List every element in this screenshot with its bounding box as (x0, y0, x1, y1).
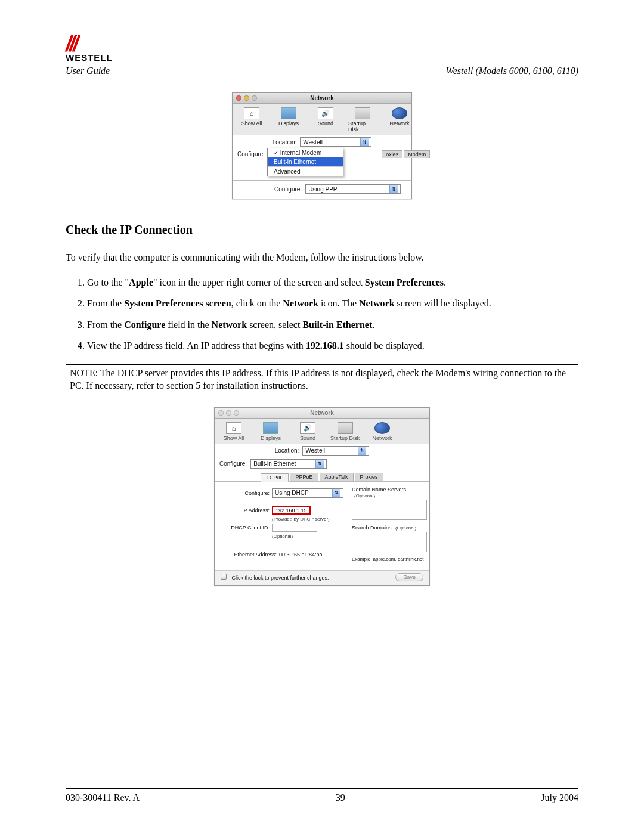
toolbar-label: Displays (261, 435, 281, 441)
showall-icon: ⌂ (226, 422, 242, 434)
location-row: Location: Westell ⇅ (215, 444, 429, 457)
configure2-label: Configure: (274, 186, 302, 193)
toolbar-label: Network (389, 120, 409, 126)
option-advanced[interactable]: Advanced (268, 167, 343, 176)
toolbar-displays[interactable]: Displays (256, 422, 285, 441)
dns-input[interactable] (352, 500, 427, 520)
toolbar-displays[interactable]: Displays (274, 107, 303, 132)
toolbar: ⌂Show All Displays 🔊Sound Startup Disk N… (233, 104, 411, 135)
chevron-updown-icon: ⇅ (315, 460, 324, 468)
ip-address-row: IP Address: 192.168.1.15 (223, 506, 343, 515)
chevron-updown-icon: ⇅ (332, 489, 340, 497)
toolbar-showall[interactable]: ⌂Show All (219, 422, 248, 441)
ethernet-address-value: 00:30:65:e1:84:ba (279, 552, 323, 558)
toolbar-showall[interactable]: ⌂Show All (237, 107, 266, 132)
ip-address-label: IP Address: (223, 507, 270, 513)
tab-appletalk[interactable]: AppleTalk (320, 473, 354, 481)
note-box: NOTE: The DHCP server provides this IP a… (66, 364, 578, 395)
footer-rev: 030-300411 Rev. A (66, 792, 140, 803)
toolbar-label: Sound (318, 120, 333, 126)
toolbar-startup-disk[interactable]: Startup Disk (330, 422, 360, 441)
configure2-combo[interactable]: Using DHCP ⇅ (272, 488, 343, 498)
toolbar-sound[interactable]: 🔊Sound (311, 107, 340, 132)
toolbar-label: Startup Disk (330, 435, 360, 441)
configure-label: Configure: (219, 460, 247, 467)
toolbar: ⌂Show All Displays 🔊Sound Startup Disk N… (215, 419, 429, 444)
tcpip-panel: Configure: Using DHCP ⇅ IP Address: 192.… (215, 482, 429, 570)
toolbar-sound[interactable]: 🔊Sound (293, 422, 322, 441)
toolbar-startup-disk[interactable]: Startup Disk (348, 107, 377, 132)
titlebar: Network (215, 408, 429, 419)
dns-label: Domain Name Servers (Optional) (352, 487, 427, 498)
configure2-value: Using DHCP (275, 490, 309, 496)
location-value: Westell (303, 139, 323, 145)
chevron-updown-icon: ⇅ (389, 185, 398, 193)
step-2: From the System Preferences screen, clic… (87, 297, 578, 310)
step-3: From the Configure field in the Network … (87, 318, 578, 332)
toolbar-label: Show All (242, 120, 262, 126)
chevron-updown-icon: ⇅ (360, 138, 369, 146)
location-combo[interactable]: Westell ⇅ (300, 137, 371, 147)
window-title: Network (215, 410, 429, 416)
location-label: Location: (275, 447, 299, 454)
configure2-value: Using PPP (308, 186, 337, 193)
page-header: /// WESTELL User Guide Westell (Models 6… (66, 36, 578, 82)
steps-list: Go to the "Apple" icon in the upper righ… (66, 276, 578, 352)
ethernet-address-row: Ethernet Address: 00:30:65:e1:84:ba (223, 552, 343, 558)
lock-icon (221, 574, 227, 580)
model-info: Westell (Models 6000, 6100, 6110) (446, 66, 578, 76)
configure-row: Configure: Internal Modem Built-in Ether… (233, 148, 411, 160)
step-4: View the IP address field. An IP address… (87, 339, 578, 352)
configure-dropdown[interactable]: Internal Modem Built-in Ethernet Advance… (267, 148, 343, 176)
ethernet-address-label: Ethernet Address: (223, 552, 277, 558)
save-button[interactable]: Save (395, 573, 423, 581)
ip-address-value: 192.168.1.15 (272, 506, 311, 515)
lock-row[interactable]: Click the lock to prevent further change… (221, 574, 329, 581)
display-icon (263, 422, 278, 434)
location-row: Location: Westell ⇅ (233, 135, 411, 148)
network-icon (392, 107, 407, 119)
partial-tabs: oxies Modem (382, 150, 430, 158)
intro-text: To verify that the computer is communica… (66, 251, 578, 264)
footer-page: 39 (336, 792, 345, 803)
dhcp-client-label: DHCP Client ID: (223, 525, 270, 531)
location-label: Location: (273, 139, 297, 145)
location-combo[interactable]: Westell ⇅ (302, 446, 369, 456)
configure-value: Built-in Ethernet (253, 460, 296, 467)
toolbar-network[interactable]: Network (368, 422, 397, 441)
user-guide-label: User Guide (66, 66, 110, 76)
configure-combo[interactable]: Built-in Ethernet ⇅ (250, 459, 327, 469)
network-icon (374, 422, 390, 434)
screenshot-network-tcpip: Network ⌂Show All Displays 🔊Sound Startu… (214, 407, 430, 586)
tab-tcpip[interactable]: TCP/IP (261, 473, 289, 482)
tab-proxies[interactable]: Proxies (355, 473, 383, 481)
toolbar-label: Displays (278, 120, 299, 126)
configure-row: Configure: Built-in Ethernet ⇅ (215, 457, 429, 470)
logo-text: WESTELL (66, 52, 113, 63)
page-footer: 030-300411 Rev. A 39 July 2004 (66, 788, 578, 803)
option-built-in-ethernet[interactable]: Built-in Ethernet (268, 157, 343, 166)
window-title: Network (233, 95, 411, 101)
tab-proxies-fragment[interactable]: oxies (382, 150, 402, 158)
configure2-combo[interactable]: Using PPP ⇅ (305, 184, 401, 194)
search-domains-label: Search Domains (Optional) (352, 525, 427, 531)
chevron-updown-icon: ⇅ (358, 447, 366, 455)
disk-icon (355, 107, 370, 119)
toolbar-network[interactable]: Network (385, 107, 414, 132)
configure2-row: Configure: Using DHCP ⇅ (223, 488, 343, 498)
titlebar: Network (233, 93, 411, 104)
tabs: TCP/IP PPPoE AppleTalk Proxies (215, 473, 429, 482)
step-1: Go to the "Apple" icon in the upper righ… (87, 276, 578, 289)
ip-hint: (Provided by DHCP server) (272, 516, 343, 522)
dhcp-client-input[interactable] (272, 524, 317, 532)
tab-pppoe[interactable]: PPPoE (290, 473, 318, 481)
disk-icon (338, 422, 353, 434)
configure2-label: Configure: (223, 490, 270, 496)
option-internal-modem[interactable]: Internal Modem (268, 148, 343, 157)
lock-text: Click the lock to prevent further change… (232, 575, 329, 581)
location-value: Westell (305, 447, 325, 454)
screenshot-network-dropdown: Network ⌂Show All Displays 🔊Sound Startu… (232, 92, 412, 199)
configure-label: Configure: (237, 151, 265, 157)
tab-modem[interactable]: Modem (404, 150, 430, 158)
search-domains-input[interactable] (352, 532, 427, 552)
